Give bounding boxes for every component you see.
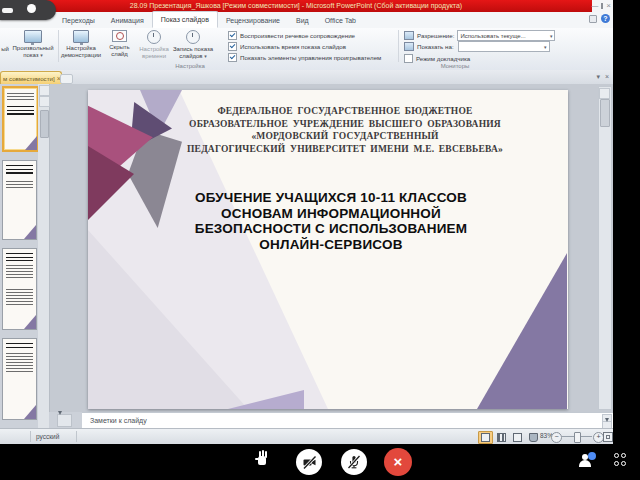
status-separator xyxy=(76,431,77,442)
editor-vertical-scrollbar[interactable] xyxy=(598,86,612,410)
tab-vid[interactable]: Вид xyxy=(288,13,317,28)
presenter-view-checkbox[interactable]: Режим докладчика xyxy=(404,54,470,63)
end-call-button[interactable]: × xyxy=(384,448,412,476)
notes-left-gutter xyxy=(49,412,82,428)
globe-badge-icon xyxy=(588,452,596,460)
hide-slide-icon xyxy=(112,30,127,42)
status-bar: русский 83% − + xyxy=(0,428,613,444)
scrollbar-thumb[interactable] xyxy=(600,99,610,127)
setup-show-button[interactable]: Настройка демонстрации xyxy=(60,30,102,58)
title-bar[interactable]: 28.09 Презентация_Яшкова [Режим совмести… xyxy=(0,0,592,12)
powerpoint-window: 28.09 Презентация_Яшкова [Режим совмести… xyxy=(0,0,613,443)
zoom-slider-thumb[interactable] xyxy=(574,432,581,443)
group-label-monitors: Мониторы xyxy=(395,63,515,69)
video-preview-icon xyxy=(2,8,13,13)
tab-close-icon[interactable]: × xyxy=(605,72,609,82)
collapse-panel-button[interactable] xyxy=(57,414,72,427)
checkbox-unchecked-icon xyxy=(404,54,413,63)
tab-office-tab[interactable]: Office Tab xyxy=(317,13,364,28)
tab-recenzirovanie[interactable]: Рецензирование xyxy=(218,13,288,28)
close-x-icon: × xyxy=(394,448,403,476)
record-icon xyxy=(186,30,200,44)
show-on-dropdown[interactable]: ▾ xyxy=(458,41,550,52)
close-panel-button[interactable]: × xyxy=(39,85,50,96)
tab-list-chevron-icon[interactable]: ▾ xyxy=(596,72,600,82)
slide-canvas[interactable]: ФЕДЕРАЛЬНОЕ ГОСУДАРСТВЕННОЕ БЮДЖЕТНОЕ ОБ… xyxy=(88,90,568,409)
help-icon[interactable]: ? xyxy=(601,14,610,23)
notes-pane[interactable]: Заметки к слайду xyxy=(82,412,613,429)
participants-button[interactable] xyxy=(576,452,598,468)
show-on-icon xyxy=(404,42,414,51)
chevron-down-icon: ▾ xyxy=(550,33,553,39)
document-file-tab[interactable]: м совместимости] × xyxy=(0,71,62,85)
new-tab-button[interactable] xyxy=(60,74,73,84)
apps-grid-button[interactable] xyxy=(614,453,627,466)
setup-show-icon xyxy=(73,30,89,43)
custom-show-button[interactable]: Произвольный показ ▾ xyxy=(8,30,58,58)
scroll-up-button[interactable] xyxy=(599,88,610,99)
zoom-meeting-screen: { "window": { "title": "28.09 Презентаци… xyxy=(0,0,640,480)
close-icon[interactable]: × xyxy=(606,0,611,12)
slides-thumbnail-panel xyxy=(0,84,39,428)
slideshow-view-button[interactable] xyxy=(526,431,541,444)
rehearse-timings-button[interactable]: Настройка времени xyxy=(136,30,172,59)
thumbnail-decor-triangle xyxy=(24,225,36,239)
show-on-row: Показать на: ▾ xyxy=(404,41,550,52)
reading-view-button[interactable] xyxy=(510,431,525,444)
chevron-down-icon: ▾ xyxy=(204,53,207,59)
tab-perehody[interactable]: Переходы xyxy=(54,13,103,28)
record-slide-show-button[interactable]: Запись показа слайдов ▾ xyxy=(172,30,214,59)
slide-title-textbox[interactable]: ОБУЧЕНИЕ УЧАЩИХСЯ 10-11 КЛАССОВ ОСНОВАМ … xyxy=(146,190,516,252)
resolution-row: Разрешение: Использовать текуще... ▾ xyxy=(404,30,555,41)
resolution-icon xyxy=(404,31,414,40)
language-indicator[interactable]: русский xyxy=(36,433,59,440)
meeting-floating-pill[interactable] xyxy=(0,0,56,20)
zoom-out-button[interactable]: − xyxy=(551,432,562,443)
tab-animaciya[interactable]: Анимация xyxy=(103,13,152,28)
checkbox-checked-icon xyxy=(228,42,237,51)
chevron-down-icon: ▾ xyxy=(40,52,43,58)
tab-pokaz-slaydov[interactable]: Показ слайдов xyxy=(152,11,218,28)
ribbon: ый Произвольный показ ▾ Настройка демонс… xyxy=(0,28,613,71)
thumbnail-decor-triangle xyxy=(24,405,36,419)
hide-slide-button[interactable]: Скрыть слайд xyxy=(103,30,136,57)
group-separator xyxy=(58,30,59,62)
title-bar-corner: — × xyxy=(592,0,613,12)
camera-off-icon xyxy=(302,455,317,470)
restore-icon[interactable] xyxy=(601,3,603,9)
checkbox-checked-icon xyxy=(228,53,237,62)
ribbon-tab-row: Переходы Анимация Показ слайдов Рецензир… xyxy=(0,12,613,29)
scrollbar-thumb[interactable] xyxy=(40,110,49,138)
group-separator xyxy=(398,30,399,62)
camera-off-button[interactable] xyxy=(296,449,322,475)
pin-ribbon-icon[interactable] xyxy=(589,15,597,23)
minimize-icon[interactable]: — xyxy=(591,0,598,12)
slide-thumbnail-2[interactable] xyxy=(2,160,37,240)
slide-header-textbox[interactable]: ФЕДЕРАЛЬНОЕ ГОСУДАРСТВЕННОЕ БЮДЖЕТНОЕ ОБ… xyxy=(180,105,510,155)
chevron-down-icon: ▾ xyxy=(544,44,547,50)
mic-off-button[interactable] xyxy=(341,449,367,475)
resolution-dropdown[interactable]: Использовать текуще... ▾ xyxy=(457,30,555,41)
slide-thumbnail-3[interactable] xyxy=(2,248,37,330)
normal-view-button[interactable] xyxy=(478,431,493,444)
slide-sorter-view-button[interactable] xyxy=(494,431,509,444)
thumbnail-decor-triangle xyxy=(25,136,37,150)
slide-thumbnail-4[interactable] xyxy=(2,338,37,420)
scroll-up-button[interactable] xyxy=(39,96,50,107)
slide-decor-corner-triangle xyxy=(477,253,567,409)
use-timings-checkbox[interactable]: Использовать время показа слайдов xyxy=(228,42,346,51)
slide-thumbnail-1[interactable] xyxy=(2,86,39,152)
raised-hand-icon[interactable] xyxy=(256,451,270,467)
play-narrations-checkbox[interactable]: Воспроизвести речевое сопровождение xyxy=(228,31,355,40)
thumbnail-decor-triangle xyxy=(24,315,36,329)
notes-placeholder: Заметки к слайду xyxy=(82,413,613,428)
group-label-setup: Настройка xyxy=(130,63,250,69)
office-tab-bar: м совместимости] × ▾ × xyxy=(0,70,613,85)
mic-off-icon xyxy=(347,455,361,469)
thumbnail-panel-scrollbar[interactable]: × xyxy=(38,84,50,428)
clock-icon xyxy=(147,30,161,44)
show-media-controls-checkbox[interactable]: Показать элементы управления проигрывате… xyxy=(228,53,381,62)
view-switcher xyxy=(478,431,541,444)
fit-to-window-button[interactable] xyxy=(603,432,613,442)
screen-icon xyxy=(24,30,42,43)
